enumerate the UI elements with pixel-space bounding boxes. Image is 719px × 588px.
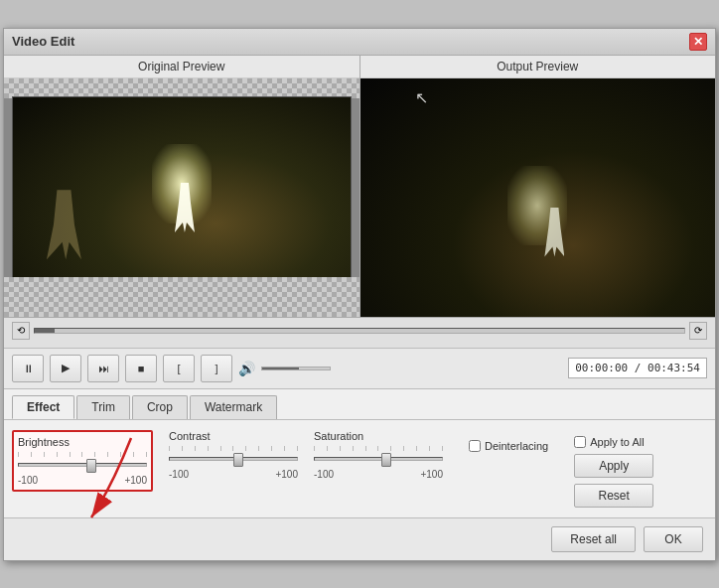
brightness-range: -100 +100: [18, 475, 147, 486]
apply-to-all-row: Apply to All: [574, 436, 653, 448]
bottom-bar: Reset all OK: [4, 517, 715, 560]
original-scene: [13, 97, 351, 278]
original-checker-bottom: [4, 277, 360, 317]
deinterlacing-group: Deinterlacing: [469, 440, 548, 452]
sliders-row: Brightness: [12, 430, 707, 508]
output-video-frame: ↖: [360, 78, 716, 317]
brightness-max: +100: [124, 475, 147, 486]
contrast-ticks: [169, 446, 298, 451]
saturation-ticks: [314, 446, 443, 451]
effects-section: Brightness: [4, 420, 715, 517]
saturation-max: +100: [420, 469, 443, 480]
title-bar: Video Edit ✕: [4, 29, 715, 56]
window-title: Video Edit: [12, 34, 74, 49]
next-frame-button[interactable]: ⏭: [87, 355, 119, 382]
original-preview-panel: Original Preview: [4, 56, 360, 317]
output-preview-panel: Output Preview ↖: [360, 56, 716, 317]
tabs-section: Effect Trim Crop Watermark: [4, 389, 715, 420]
brightness-min: -100: [18, 475, 38, 486]
saturation-slider-container: [314, 446, 443, 467]
preview-section: Original Preview Output Preview: [4, 56, 715, 318]
deinterlacing-checkbox[interactable]: [469, 440, 481, 452]
time-display: 00:00:00 / 00:43:54: [568, 358, 707, 378]
stop-button[interactable]: ■: [125, 355, 157, 382]
output-scene: ↖: [360, 78, 716, 317]
loop-start-icon[interactable]: ⟲: [12, 322, 30, 340]
volume-slider[interactable]: [261, 367, 331, 370]
saturation-track[interactable]: [314, 457, 443, 461]
brightness-ticks: [18, 452, 147, 457]
close-button[interactable]: ✕: [689, 33, 707, 51]
saturation-label: Saturation: [314, 430, 443, 442]
output-preview-content: ↖: [360, 78, 716, 317]
volume-fill: [262, 368, 299, 369]
deinterlacing-row: Deinterlacing: [469, 440, 548, 452]
reset-button[interactable]: Reset: [574, 484, 653, 508]
saturation-handle[interactable]: [381, 453, 391, 467]
brightness-label: Brightness: [18, 436, 147, 448]
brightness-group: Brightness: [12, 430, 153, 492]
original-video-frame: [12, 96, 352, 279]
reset-all-button[interactable]: Reset all: [551, 526, 636, 552]
apply-to-all-checkbox[interactable]: [574, 436, 586, 448]
controls-row: ⏸ ▶ ⏭ ■ [ ] 🔊 00:00:00 / 00:43:54: [4, 349, 715, 389]
saturation-range: -100 +100: [314, 469, 443, 480]
contrast-label: Contrast: [169, 430, 298, 442]
tab-trim[interactable]: Trim: [76, 395, 130, 419]
contrast-group: Contrast: [169, 430, 298, 480]
contrast-track[interactable]: [169, 457, 298, 461]
mark-out-button[interactable]: ]: [201, 355, 232, 382]
loop-end-icon[interactable]: ⟳: [689, 322, 707, 340]
brightness-handle[interactable]: [86, 459, 96, 473]
saturation-min: -100: [314, 469, 334, 480]
apply-button[interactable]: Apply: [574, 454, 653, 478]
video-edit-window: Video Edit ✕ Original Preview: [3, 28, 716, 561]
pause-button[interactable]: ⏸: [12, 355, 44, 382]
contrast-slider-container: [169, 446, 298, 467]
original-preview-content: [4, 78, 360, 317]
saturation-group: Saturation: [314, 430, 443, 480]
contrast-handle[interactable]: [233, 453, 243, 467]
brightness-track[interactable]: [18, 463, 147, 467]
contrast-range: -100 +100: [169, 469, 298, 480]
apply-to-all-label: Apply to All: [590, 436, 644, 448]
contrast-max: +100: [275, 469, 298, 480]
seekbar-track[interactable]: [34, 328, 685, 334]
cursor-icon: ↖: [415, 88, 428, 107]
tabs: Effect Trim Crop Watermark: [12, 395, 707, 419]
play-button[interactable]: ▶: [50, 355, 81, 382]
deinterlacing-label: Deinterlacing: [485, 440, 548, 452]
seekbar-row: ⟲ ⟳: [12, 322, 707, 340]
ok-button[interactable]: OK: [644, 526, 703, 552]
output-preview-label: Output Preview: [360, 56, 716, 78]
apply-section: Apply to All Apply Reset: [574, 436, 653, 508]
brightness-slider-container: [18, 452, 147, 473]
contrast-min: -100: [169, 469, 189, 480]
volume-icon: 🔊: [238, 361, 255, 376]
tab-crop[interactable]: Crop: [132, 395, 188, 419]
original-preview-label: Original Preview: [4, 56, 360, 78]
seekbar-section: ⟲ ⟳: [4, 318, 715, 349]
mark-in-button[interactable]: [: [163, 355, 195, 382]
tab-watermark[interactable]: Watermark: [190, 395, 277, 419]
tab-effect[interactable]: Effect: [12, 395, 74, 419]
